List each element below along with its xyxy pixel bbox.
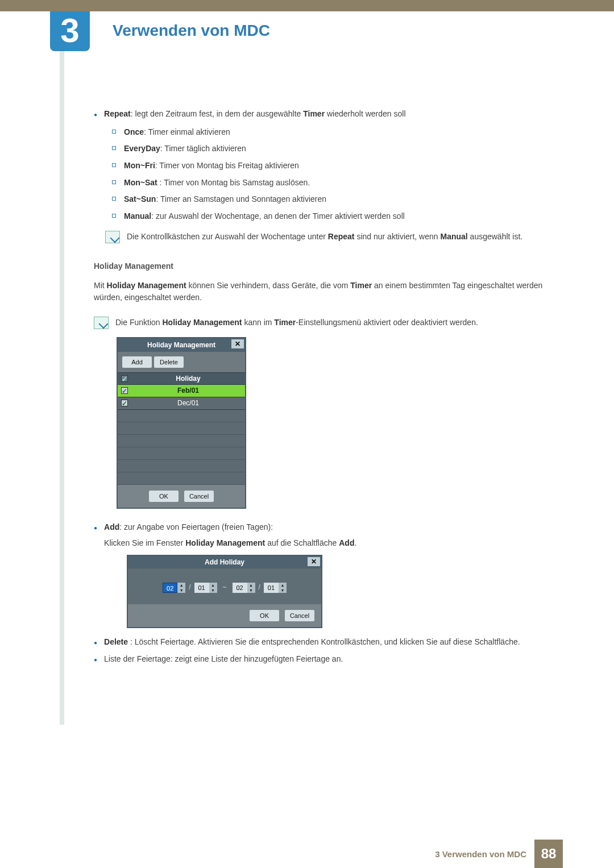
square-bullet-icon [112, 163, 116, 167]
delete-desc: ● Delete : Löscht Feiertage. Aktivieren … [94, 636, 566, 649]
ok-button[interactable]: OK [250, 610, 279, 621]
square-bullet-icon [112, 197, 116, 201]
dialog-title-bar: Add Holiday ✕ [128, 556, 321, 568]
from-month-stepper[interactable]: 02▲▼ [163, 583, 185, 593]
opt-label: EveryDay [124, 144, 160, 153]
spin-up-icon[interactable]: ▲ [247, 583, 255, 588]
page-content: ● Repeat: legt den Zeitraum fest, in dem… [94, 108, 566, 667]
close-button[interactable]: ✕ [308, 557, 320, 566]
repeat-tail: wiederholt werden soll [325, 109, 405, 118]
holiday-management-dialog: Holiday Management ✕ Add Delete Holiday … [117, 337, 246, 509]
delete-label: Delete [104, 637, 128, 646]
table-header: Holiday [118, 372, 245, 385]
side-band [60, 11, 64, 725]
opt-text: : Timer an Samstagen und Sonntagen aktiv… [156, 194, 326, 203]
repeat-option: EveryDay: Timer täglich aktivieren [112, 143, 566, 155]
note-bold: Timer [274, 318, 296, 327]
spin-up-icon[interactable]: ▲ [279, 583, 287, 588]
cancel-button[interactable]: Cancel [184, 491, 214, 502]
repeat-item: ● Repeat: legt den Zeitraum fest, in dem… [94, 108, 566, 121]
opt-text: : Timer von Montag bis Freitag aktiviere… [155, 161, 299, 170]
repeat-option: Once: Timer einmal aktivieren [112, 126, 566, 139]
spin-down-icon[interactable]: ▼ [279, 588, 287, 593]
row-checkbox[interactable] [121, 387, 128, 394]
p-text: auf die Schaltfläche [265, 538, 339, 547]
empty-row [118, 410, 245, 422]
to-month-stepper[interactable]: 02▲▼ [233, 583, 255, 593]
ok-button[interactable]: OK [149, 491, 179, 502]
note-text: sind nur aktiviert, wenn [355, 232, 441, 241]
note-bold: Manual [440, 232, 467, 241]
spin-value[interactable]: 01 [264, 583, 279, 593]
p-text: Mit [94, 281, 107, 290]
repeat-timer-label: Timer [303, 109, 325, 118]
p-bold: Add [339, 538, 354, 547]
holiday-heading: Holiday Management [94, 260, 566, 273]
tilde-separator: ~ [223, 582, 227, 593]
empty-row [118, 435, 245, 447]
table-row[interactable]: Feb/01 [118, 385, 245, 397]
table-body: Feb/01 Dec/01 [118, 385, 245, 485]
p-text: können Sie verhindern, dass Geräte, die … [186, 281, 351, 290]
note-text: Die Funktion [115, 318, 162, 327]
cancel-button[interactable]: Cancel [285, 610, 314, 621]
spin-value[interactable]: 02 [233, 583, 247, 593]
delete-button[interactable]: Delete [154, 356, 184, 368]
opt-label: Mon~Fri [124, 161, 155, 170]
note-text: ausgewählt ist. [468, 232, 523, 241]
close-button[interactable]: ✕ [231, 339, 244, 348]
spin-down-icon[interactable]: ▼ [209, 588, 217, 593]
opt-label: Once [124, 127, 144, 136]
slash-separator: / [189, 582, 190, 593]
table-row[interactable]: Dec/01 [118, 397, 245, 410]
square-bullet-icon [112, 146, 116, 150]
holiday-para: Mit Holiday Management können Sie verhin… [94, 280, 566, 304]
row-date: Dec/01 [131, 398, 245, 409]
note-text: Die Kontrollkästchen zur Auswahl der Woc… [127, 232, 328, 241]
opt-text: : Timer täglich aktivieren [160, 144, 246, 153]
to-day-stepper[interactable]: 01▲▼ [264, 583, 287, 593]
spin-down-icon[interactable]: ▼ [247, 588, 255, 593]
p-text: . [354, 538, 356, 547]
p-bold: Holiday Management [107, 281, 186, 290]
empty-row [118, 447, 245, 460]
p-bold: Timer [350, 281, 372, 290]
spin-value[interactable]: 02 [163, 583, 177, 593]
from-day-stepper[interactable]: 01▲▼ [194, 583, 217, 593]
dialog-footer: OK Cancel [128, 604, 321, 627]
dialog-title-bar: Holiday Management ✕ [118, 338, 245, 352]
empty-row [118, 422, 245, 435]
repeat-option: Mon~Sat : Timer von Montag bis Samstag a… [112, 177, 566, 189]
add-button[interactable]: Add [122, 356, 152, 368]
opt-label: Sat~Sun [124, 194, 156, 203]
footer: 3 Verwenden von MDC 88 [0, 840, 614, 868]
note-repeat: Die Kontrollkästchen zur Auswahl der Woc… [105, 231, 566, 243]
add-desc: ● Add: zur Angabe von Feiertagen (freien… [94, 521, 566, 628]
select-all-checkbox[interactable] [121, 375, 128, 382]
bullet-icon: ● [94, 638, 97, 651]
note-holiday: Die Funktion Holiday Management kann im … [94, 317, 566, 329]
opt-text: : Timer von Montag bis Samstag auslösen. [157, 178, 310, 187]
spin-value[interactable]: 01 [194, 583, 209, 593]
repeat-text: : legt den Zeitraum fest, in dem der aus… [131, 109, 304, 118]
opt-label: Manual [124, 211, 151, 221]
list-text: Liste der Feiertage: zeigt eine Liste de… [104, 653, 343, 666]
note-bold: Repeat [328, 232, 355, 241]
opt-text: : zur Auswahl der Wochentage, an denen d… [151, 211, 405, 221]
spin-up-icon[interactable]: ▲ [177, 583, 185, 588]
dialog-body: 02▲▼ / 01▲▼ ~ 02▲▼ / 01▲▼ [128, 568, 321, 604]
list-desc: ● Liste der Feiertage: zeigt eine Liste … [94, 653, 566, 666]
opt-label: Mon~Sat [124, 178, 157, 187]
spin-down-icon[interactable]: ▼ [177, 588, 185, 593]
p-bold: Holiday Management [185, 538, 265, 547]
slash-separator: / [259, 582, 260, 593]
dialog-title: Add Holiday [205, 557, 244, 568]
repeat-options-list: Once: Timer einmal aktivieren EveryDay: … [112, 126, 566, 223]
spin-up-icon[interactable]: ▲ [209, 583, 217, 588]
bullet-icon: ● [94, 524, 97, 630]
repeat-option: Manual: zur Auswahl der Wochentage, an d… [112, 210, 566, 223]
note-icon [94, 317, 109, 329]
row-checkbox[interactable] [121, 400, 128, 406]
bullet-icon: ● [94, 110, 97, 123]
square-bullet-icon [112, 214, 116, 218]
